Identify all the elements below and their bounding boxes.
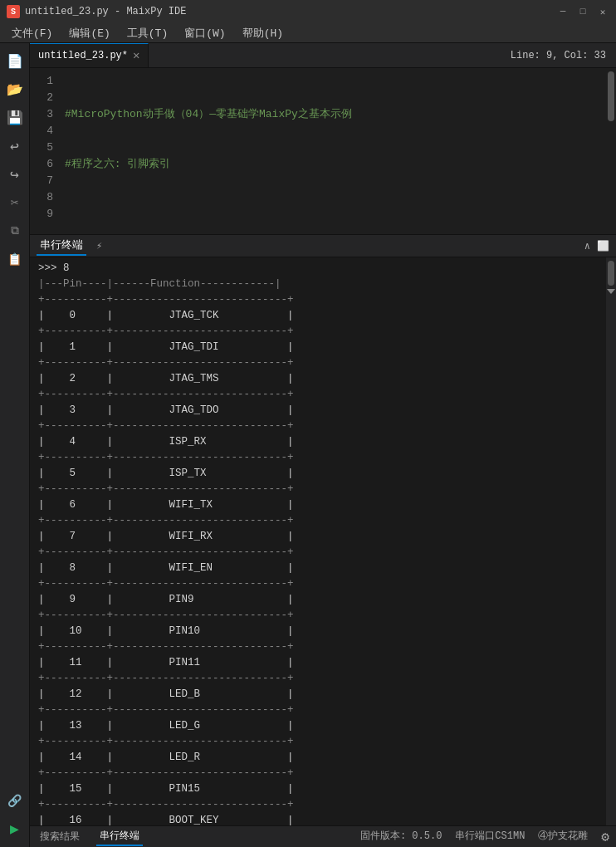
code-content[interactable]: #MicroPython动手做（04）—零基础学MaixPy之基本示例 #程序之… [60,68,606,234]
title-bar: S untitled_23.py - MaixPy IDE ─ □ ✕ [0,0,616,23]
editor-scrollbar[interactable] [606,68,616,234]
table-row: | 4 | ISP_RX | [30,434,616,450]
terminal-pane[interactable]: >>> 8 |---Pin----|------Function--------… [30,257,616,825]
menu-bar: 文件(F) 编辑(E) 工具(T) 窗口(W) 帮助(H) [0,23,616,43]
sidebar-undo-icon[interactable]: ↩ [3,135,27,158]
minimize-button[interactable]: ─ [556,6,570,17]
bottom-tab-bar: 搜索结果 串行终端 固件版本: 0.5.0 串行端口CS1MN ④护支花雕 ⚙ [30,825,616,847]
line-info: Line: 9, Col: 33 [501,43,616,67]
scroll-right-arrow[interactable] [607,289,615,294]
table-row: | 14 | LED_R | [30,750,616,766]
window-controls[interactable]: ─ □ ✕ [556,6,609,17]
table-row: | 1 | JTAG_TDI | [30,340,616,355]
table-row: | 16 | BOOT_KEY | [30,813,616,825]
table-row: | 6 | WIFI_TX | [30,497,616,513]
terminal-row-sep-5: +----------+----------------------------… [30,450,616,466]
table-row: | 13 | LED_G | [30,718,616,734]
terminal-row-sep-6: +----------+----------------------------… [30,482,616,497]
table-row: | 2 | JTAG_TMS | [30,371,616,387]
table-row: | 0 | JTAG_TCK | [30,308,616,324]
terminal-row-sep-7: +----------+----------------------------… [30,513,616,529]
editor-tab[interactable]: untitled_23.py* ✕ [30,43,149,67]
sidebar-redo-icon[interactable]: ↪ [3,163,27,186]
terminal-connect-icon[interactable]: ⚡ [96,240,102,252]
maximize-button[interactable]: □ [576,6,589,17]
table-row: | 11 | PIN11 | [30,655,616,671]
serial-port: 串行端口CS1MN [455,829,525,845]
code-line-1: #MicroPython动手做（04）—零基础学MaixPy之基本示例 [63,106,606,123]
main-layout: 📄 📂 💾 ↩ ↪ ✂ ⧉ 📋 🔗 ▶ untitled_23.py* ✕ Li… [0,43,616,847]
terminal-prompt: >>> 8 [30,261,616,277]
terminal-row-sep-2: +----------+----------------------------… [30,355,616,371]
terminal-row-sep-8: +----------+----------------------------… [30,545,616,561]
terminal-table-header: |---Pin----|------Function------------| [30,277,616,292]
code-line-3 [63,206,606,223]
table-row: | 10 | PIN10 | [30,624,616,639]
table-row: | 15 | PIN15 | [30,781,616,797]
terminal-row-sep-16: +----------+----------------------------… [30,797,616,813]
terminal-row-sep-0: +----------+----------------------------… [30,292,616,308]
terminal-row-sep-3: +----------+----------------------------… [30,387,616,403]
user-label: ④护支花雕 [538,829,588,845]
menu-help[interactable]: 帮助(H) [234,24,291,42]
maix-logo: ⚙ [601,829,609,845]
code-line-2: #程序之六: 引脚索引 [63,156,606,173]
terminal-row-sep-14: +----------+----------------------------… [30,734,616,750]
sidebar-new-file-icon[interactable]: 📄 [3,50,27,73]
terminal-row-sep-13: +----------+----------------------------… [30,703,616,718]
terminal-header: 串行终端 ⚡ ∧ ⬜ [30,234,616,257]
terminal-row-sep-10: +----------+----------------------------… [30,608,616,624]
tab-bar: untitled_23.py* ✕ Line: 9, Col: 33 [30,43,616,68]
terminal-row-sep-15: +----------+----------------------------… [30,766,616,781]
sidebar: 📄 📂 💾 ↩ ↪ ✂ ⧉ 📋 🔗 ▶ [0,43,30,847]
terminal-expand-icon[interactable]: ⬜ [597,240,609,252]
menu-file[interactable]: 文件(F) [3,24,61,42]
editor-pane[interactable]: 1 2 3 4 5 6 7 8 9 #MicroPython动手做（04）—零基… [30,68,616,234]
app-icon: S [7,5,20,18]
terminal-row-sep-12: +----------+----------------------------… [30,671,616,687]
bottom-tab-search[interactable]: 搜索结果 [37,828,83,845]
content-area: untitled_23.py* ✕ Line: 9, Col: 33 1 2 3… [30,43,616,847]
table-row: | 7 | WIFI_RX | [30,529,616,545]
terminal-controls: ∧ ⬜ [584,240,609,252]
menu-window[interactable]: 窗口(W) [176,24,233,42]
terminal-row-sep-9: +----------+----------------------------… [30,576,616,592]
table-row: | 3 | JTAG_TDO | [30,403,616,419]
sidebar-save-icon[interactable]: 💾 [3,106,27,130]
status-right-area: 固件版本: 0.5.0 串行端口CS1MN ④护支花雕 ⚙ [360,829,609,845]
terminal-row-sep-11: +----------+----------------------------… [30,639,616,655]
terminal-scrollbar[interactable] [606,257,616,825]
sidebar-copy-icon[interactable]: ⧉ [3,219,27,242]
menu-edit[interactable]: 编辑(E) [61,24,118,42]
terminal-row-sep-1: +----------+----------------------------… [30,324,616,340]
line-numbers: 1 2 3 4 5 6 7 8 9 [30,68,60,234]
sidebar-cut-icon[interactable]: ✂ [3,191,27,214]
window-title: untitled_23.py - MaixPy IDE [25,6,556,17]
sidebar-run-icon[interactable]: ▶ [3,817,27,840]
terminal-row-sep-4: +----------+----------------------------… [30,419,616,434]
close-button[interactable]: ✕ [596,6,609,17]
firmware-version: 固件版本: 0.5.0 [360,829,442,845]
tab-close-button[interactable]: ✕ [133,50,139,61]
sidebar-open-icon[interactable]: 📂 [3,78,27,101]
sidebar-link-icon[interactable]: 🔗 [3,789,27,812]
sidebar-paste-icon[interactable]: 📋 [3,247,27,271]
terminal-collapse-icon[interactable]: ∧ [584,240,590,252]
tab-filename: untitled_23.py* [38,50,128,61]
table-row: | 5 | ISP_TX | [30,466,616,482]
terminal-tab-serial[interactable]: 串行终端 [37,236,86,256]
menu-tools[interactable]: 工具(T) [119,24,176,42]
table-row: | 12 | LED_B | [30,687,616,703]
table-row: | 8 | WIFI_EN | [30,561,616,576]
bottom-tab-terminal[interactable]: 串行终端 [96,827,143,846]
table-row: | 9 | PIN9 | [30,592,616,608]
